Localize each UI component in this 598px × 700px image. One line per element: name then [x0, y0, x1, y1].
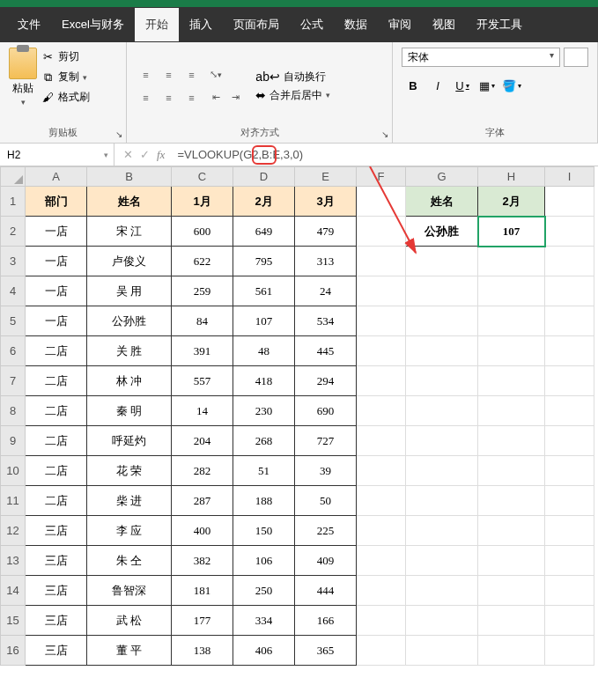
cell[interactable]: 一店 [26, 276, 87, 306]
wrap-text-button[interactable]: ab↩ 自动换行 [255, 70, 330, 85]
merge-center-button[interactable]: ⬌ 合并后居中▾ [255, 88, 330, 103]
border-button[interactable]: ▦▾ [476, 76, 498, 95]
col-header[interactable]: E [295, 167, 357, 187]
row-header[interactable]: 14 [1, 576, 26, 606]
menu-insert[interactable]: 插入 [179, 8, 223, 41]
cell[interactable] [545, 306, 594, 336]
cell[interactable]: 313 [295, 247, 357, 276]
menu-view[interactable]: 视图 [422, 8, 466, 41]
cell[interactable]: 鲁智深 [87, 576, 172, 606]
cell[interactable]: 225 [295, 516, 357, 546]
cell[interactable]: 690 [295, 396, 357, 426]
cell[interactable]: 二店 [26, 486, 87, 516]
underline-button[interactable]: U▾ [451, 76, 474, 95]
cell[interactable] [406, 366, 478, 396]
fill-color-button[interactable]: 🪣▾ [500, 76, 523, 95]
cell[interactable]: 朱 仝 [87, 546, 172, 576]
cell[interactable]: 48 [233, 336, 295, 366]
row-header[interactable]: 7 [1, 366, 26, 396]
cut-button[interactable]: ✂ 剪切 [41, 48, 90, 66]
row-header[interactable]: 4 [1, 276, 26, 306]
cell[interactable] [545, 546, 594, 576]
menu-formulas[interactable]: 公式 [290, 8, 334, 41]
cell[interactable] [545, 366, 594, 396]
cell[interactable]: 姓名 [406, 187, 478, 217]
cell[interactable] [406, 276, 478, 306]
cell[interactable]: 294 [295, 366, 357, 396]
cell[interactable] [545, 336, 594, 366]
cell[interactable]: 二店 [26, 366, 87, 396]
cell-selected[interactable]: 107 [478, 217, 545, 247]
cell[interactable]: 51 [233, 456, 295, 486]
cell[interactable] [406, 636, 478, 666]
cell[interactable]: 宋 江 [87, 217, 172, 247]
cell[interactable] [478, 306, 545, 336]
cell[interactable] [357, 396, 406, 426]
cell[interactable] [478, 516, 545, 546]
menu-data[interactable]: 数据 [334, 8, 378, 41]
cell[interactable]: 39 [295, 456, 357, 486]
cell[interactable]: 武 松 [87, 606, 172, 636]
cell[interactable] [478, 576, 545, 606]
row-header[interactable]: 13 [1, 546, 26, 576]
col-header[interactable]: A [26, 167, 87, 187]
cell[interactable]: 150 [233, 516, 295, 546]
cell[interactable]: 一店 [26, 217, 87, 247]
cell[interactable]: 三店 [26, 546, 87, 576]
cell[interactable]: 479 [295, 217, 357, 247]
cell[interactable]: 534 [295, 306, 357, 336]
col-header[interactable]: I [545, 167, 594, 187]
cell[interactable] [357, 576, 406, 606]
cell[interactable] [478, 336, 545, 366]
cell[interactable]: 24 [295, 276, 357, 306]
cell[interactable] [545, 426, 594, 456]
cell[interactable] [545, 486, 594, 516]
col-header[interactable]: D [233, 167, 295, 187]
align-right-icon[interactable]: ≡ [181, 88, 201, 107]
cell[interactable]: 445 [295, 336, 357, 366]
cell[interactable]: 409 [295, 546, 357, 576]
format-painter-button[interactable]: 🖌 格式刷 [41, 88, 90, 107]
cell[interactable] [357, 187, 406, 217]
cell[interactable]: 649 [233, 217, 295, 247]
menu-layout[interactable]: 页面布局 [223, 8, 290, 41]
row-header[interactable]: 6 [1, 336, 26, 366]
cell[interactable] [406, 606, 478, 636]
menu-dev[interactable]: 开发工具 [466, 8, 533, 41]
cell[interactable] [406, 546, 478, 576]
cell[interactable]: 50 [295, 486, 357, 516]
row-header[interactable]: 12 [1, 516, 26, 546]
cell[interactable]: 138 [172, 636, 233, 666]
cell[interactable]: 268 [233, 426, 295, 456]
cell[interactable] [357, 247, 406, 276]
cell[interactable]: 公孙胜 [87, 306, 172, 336]
col-header[interactable]: C [172, 167, 233, 187]
cell[interactable]: 董 平 [87, 636, 172, 666]
cell[interactable] [406, 247, 478, 276]
align-middle-icon[interactable]: ≡ [159, 65, 178, 85]
cell[interactable] [545, 576, 594, 606]
cell[interactable]: 106 [233, 546, 295, 576]
cell[interactable]: 卢俊义 [87, 247, 172, 276]
cell[interactable] [406, 576, 478, 606]
cell[interactable]: 三店 [26, 516, 87, 546]
cell[interactable] [406, 306, 478, 336]
cell[interactable]: 727 [295, 426, 357, 456]
clipboard-dialog-launcher-icon[interactable]: ↘ [115, 129, 122, 139]
cell[interactable]: 230 [233, 396, 295, 426]
cell[interactable]: 334 [233, 606, 295, 636]
cell[interactable] [406, 516, 478, 546]
align-top-icon[interactable]: ≡ [136, 65, 155, 85]
select-all-corner[interactable] [1, 167, 26, 187]
cell[interactable] [357, 306, 406, 336]
fx-icon[interactable]: fx [157, 148, 165, 162]
cell[interactable]: 秦 明 [87, 396, 172, 426]
cell[interactable] [406, 486, 478, 516]
cell[interactable]: 622 [172, 247, 233, 276]
cell[interactable] [478, 276, 545, 306]
cell[interactable]: 561 [233, 276, 295, 306]
cell[interactable] [478, 546, 545, 576]
row-header[interactable]: 8 [1, 396, 26, 426]
cell[interactable]: 2月 [478, 187, 545, 217]
paste-icon[interactable] [9, 48, 37, 79]
